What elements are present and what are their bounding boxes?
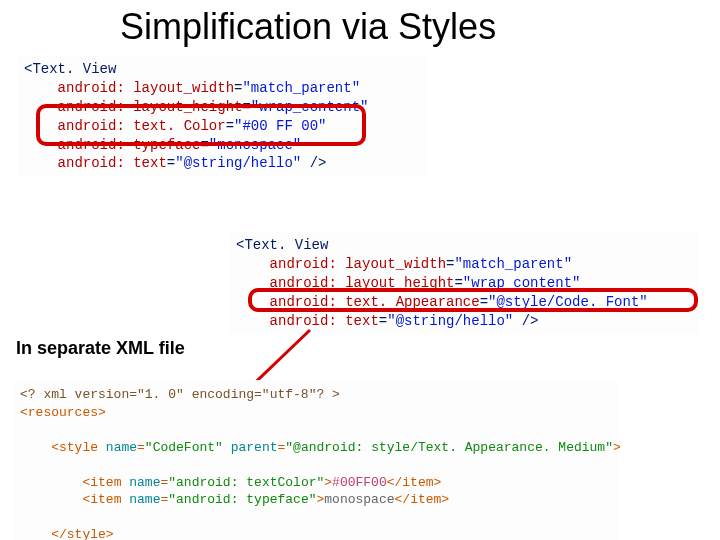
attr-val: "@android: style/Text. Appearance. Mediu… [285,440,613,455]
eq: = [137,440,145,455]
val: "@string/hello" [175,155,301,171]
attr: android: layout_width [270,256,446,272]
attr: android: layout_width [58,80,234,96]
attr-name: name [129,475,160,490]
tag-close: /> [513,313,538,329]
slide-title: Simplification via Styles [120,6,496,48]
attr-val: "android: typeface" [168,492,316,507]
xml-decl: <? xml version="1. 0" encoding="utf-8"? … [20,387,340,402]
attr-name: name [106,440,137,455]
gt: > [324,475,332,490]
tag: <item [82,475,129,490]
attr: android: text [270,313,379,329]
gt: > [613,440,621,455]
attr-name: parent [231,440,278,455]
highlight-box-after [248,288,698,312]
tag-close: </style> [51,527,113,540]
tag: <item [82,492,129,507]
text: monospace [324,492,394,507]
tag-close: /> [301,155,326,171]
attr: android: text [58,155,167,171]
caption-separate-file: In separate XML file [16,338,185,359]
highlight-box-before [36,104,366,146]
tag-close: </item> [387,475,442,490]
text: #00FF00 [332,475,387,490]
attr-name: name [129,492,160,507]
eq: = [379,313,387,329]
val: "@string/hello" [387,313,513,329]
code-block-styles-xml: <? xml version="1. 0" encoding="utf-8"? … [14,380,618,540]
tag-open: <Text. View [24,61,116,77]
attr-val: "CodeFont" [145,440,223,455]
attr-val: "android: textColor" [168,475,324,490]
val: "match_parent" [454,256,572,272]
eq: = [167,155,175,171]
tag-close: </item> [395,492,450,507]
tag: <resources> [20,405,106,420]
code-block-after: <Text. View android: layout_width="match… [230,232,698,334]
val: "match_parent" [242,80,360,96]
tag-open: <Text. View [236,237,328,253]
tag: <style [51,440,106,455]
